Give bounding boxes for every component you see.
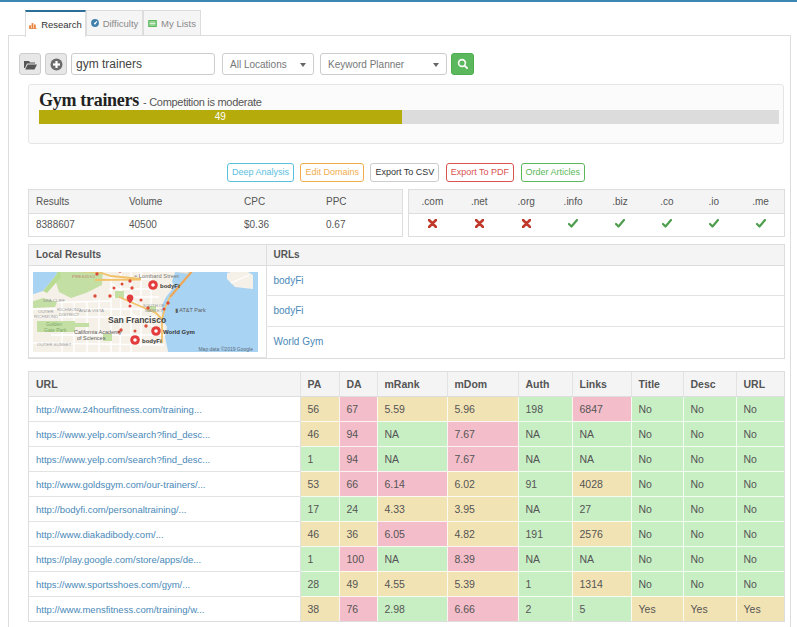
svg-text:Map data ©2019 Google: Map data ©2019 Google bbox=[198, 346, 253, 352]
svg-text:≈ Lombard Street: ≈ Lombard Street bbox=[134, 273, 179, 279]
svg-text:bodyFi: bodyFi bbox=[142, 337, 162, 343]
svg-text:Gate Park: Gate Park bbox=[44, 327, 67, 333]
svg-text:ANZA VISTA: ANZA VISTA bbox=[79, 308, 104, 313]
svg-text:MARKET: MARKET bbox=[145, 308, 163, 313]
svg-text:DISTRICT: DISTRICT bbox=[59, 312, 80, 317]
svg-text:of Sciences: of Sciences bbox=[77, 335, 106, 341]
svg-text:PRESIDIO: PRESIDIO bbox=[72, 273, 96, 278]
svg-text:RICHMOND: RICHMOND bbox=[34, 314, 58, 319]
svg-text:bodyFi: bodyFi bbox=[160, 282, 180, 288]
svg-text:SEA CLIFF: SEA CLIFF bbox=[43, 298, 65, 303]
svg-text:World Gym: World Gym bbox=[163, 328, 195, 334]
svg-text:San Francisco: San Francisco bbox=[108, 315, 166, 325]
svg-text:OUTER SUNSET: OUTER SUNSET bbox=[37, 342, 72, 347]
svg-text:▮ AT&T Park: ▮ AT&T Park bbox=[175, 306, 206, 312]
